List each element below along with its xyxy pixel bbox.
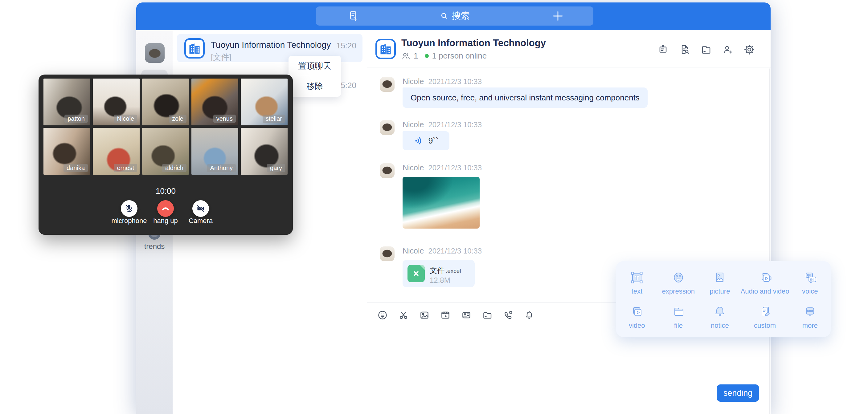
picture-attach-icon <box>712 270 727 285</box>
screenshot-scissors-icon[interactable] <box>398 309 409 321</box>
composer-toolbar <box>377 309 535 321</box>
menu-item-pin-chat[interactable]: 置顶聊天 <box>288 56 341 76</box>
attach-option-voice[interactable]: voice <box>789 265 831 300</box>
image-message-beach[interactable] <box>403 177 479 229</box>
folder-icon[interactable] <box>482 309 493 321</box>
attach-option-notice[interactable]: notice <box>699 300 741 334</box>
sidebar-item-trends[interactable]: trends <box>136 242 173 251</box>
video-attach-icon <box>629 304 644 319</box>
search-icon <box>439 11 449 21</box>
message-time: 2021/12/3 10:33 <box>428 77 482 86</box>
participant-tile[interactable]: stellar <box>241 78 287 125</box>
menu-item-remove[interactable]: 移除 <box>288 76 341 96</box>
members-icon <box>401 52 410 61</box>
chat-history-search-icon[interactable] <box>678 43 691 56</box>
attach-option-custom[interactable]: custom <box>741 300 789 334</box>
file-attach-icon <box>671 304 686 319</box>
message-scrollbar[interactable] <box>769 68 770 414</box>
mic-off-icon <box>125 204 134 213</box>
add-button[interactable] <box>552 10 564 23</box>
group-status-row: 1 1 person online <box>401 51 487 61</box>
camera-button[interactable] <box>192 200 209 217</box>
call-timer: 10:00 <box>38 186 293 196</box>
sender-name: Nicole <box>403 163 424 172</box>
send-button[interactable]: sending <box>717 384 759 402</box>
attach-option-text[interactable]: text <box>616 265 658 300</box>
file-fold-corner <box>420 265 425 270</box>
picture-icon[interactable] <box>418 309 430 321</box>
attach-option-video[interactable]: video <box>616 300 658 334</box>
participant-tile[interactable]: Nicole <box>93 78 140 125</box>
conversation-preview: [文件] <box>211 52 231 63</box>
search-field[interactable]: 搜索 <box>439 10 470 22</box>
participant-tile[interactable]: Anthony <box>191 128 238 174</box>
participant-tile[interactable]: aldrich <box>142 128 189 174</box>
announcement-icon[interactable] <box>657 43 669 56</box>
file-name: 文件 <box>430 266 444 275</box>
contact-card-icon[interactable] <box>461 309 472 321</box>
microphone-button[interactable] <box>121 200 137 217</box>
participant-name: danika <box>63 164 88 172</box>
attach-option-file[interactable]: file <box>658 300 700 334</box>
attach-option-audio-video[interactable]: Audio and video <box>741 265 789 300</box>
group-avatar-icon[interactable] <box>184 38 205 60</box>
file-message-bubble[interactable]: 文件.excel 12.8M <box>403 260 475 287</box>
group-title: Tuoyun Information Technology <box>401 38 546 49</box>
participant-tile[interactable]: gary <box>241 128 287 174</box>
file-size: 12.8M <box>430 276 450 285</box>
participant-name: venus <box>213 115 236 123</box>
notification-bell-icon[interactable] <box>523 309 535 321</box>
hang-up-button[interactable] <box>157 200 174 217</box>
voice-wave-icon <box>414 135 424 146</box>
conversation-time: 15:20 <box>335 41 356 51</box>
sender-avatar[interactable] <box>380 77 395 92</box>
search-bar[interactable]: 搜索 <box>316 6 593 26</box>
call-log-icon[interactable] <box>347 10 359 23</box>
sender-name: Nicole <box>403 247 424 255</box>
attach-option-expression[interactable]: expression <box>658 265 700 300</box>
sender-avatar[interactable] <box>380 163 395 178</box>
user-avatar[interactable] <box>145 43 164 63</box>
conversation-title: Tuoyun Information Technology <box>211 40 331 50</box>
attach-option-more[interactable]: more <box>789 300 831 334</box>
notice-bell-icon <box>712 304 727 319</box>
files-icon[interactable] <box>700 43 712 56</box>
sender-avatar[interactable] <box>380 247 395 261</box>
hang-up-icon <box>160 203 171 214</box>
settings-icon[interactable] <box>743 43 755 56</box>
video-call-window: patton Nicole zole venus stellar danika … <box>38 74 293 235</box>
participant-name: gary <box>267 164 285 172</box>
participant-tile[interactable]: patton <box>43 78 90 125</box>
participant-tile[interactable]: venus <box>191 78 238 125</box>
sender-avatar[interactable] <box>380 120 395 135</box>
participant-name: stellar <box>262 115 285 123</box>
call-icon[interactable] <box>502 309 514 321</box>
message-meta: Nicole 2021/12/3 10:33 <box>403 120 482 129</box>
participant-tile[interactable]: zole <box>142 78 189 125</box>
participant-tile[interactable]: ernest <box>93 128 140 174</box>
voice-message-bubble[interactable]: 9`` <box>403 131 450 150</box>
participant-name: ernest <box>114 164 137 172</box>
custom-icon <box>758 304 772 319</box>
participant-name: aldrich <box>162 164 186 172</box>
camera-label: Camera <box>170 217 231 225</box>
online-status: 1 person online <box>432 51 487 61</box>
emoji-icon[interactable] <box>377 309 389 321</box>
add-member-icon[interactable] <box>721 43 734 56</box>
camera-off-icon <box>196 204 205 213</box>
context-menu: 置顶聊天 移除 <box>288 56 341 97</box>
sender-name: Nicole <box>403 120 424 129</box>
participant-name: Nicole <box>114 115 137 123</box>
participant-tile[interactable]: danika <box>43 128 90 174</box>
message-meta: Nicole 2021/12/3 10:33 <box>403 77 482 86</box>
excel-file-icon <box>407 265 425 282</box>
participant-name: zole <box>169 115 186 123</box>
group-header-icon <box>375 39 396 60</box>
attach-option-picture[interactable]: picture <box>699 265 741 300</box>
text-message-bubble[interactable]: Open source, free, and universal instant… <box>403 88 648 108</box>
voice-duration: 9`` <box>429 136 439 146</box>
expression-icon <box>671 270 686 285</box>
video-clip-icon[interactable] <box>439 309 451 321</box>
voice-attach-icon <box>803 270 817 285</box>
file-ext: .excel <box>446 268 461 274</box>
